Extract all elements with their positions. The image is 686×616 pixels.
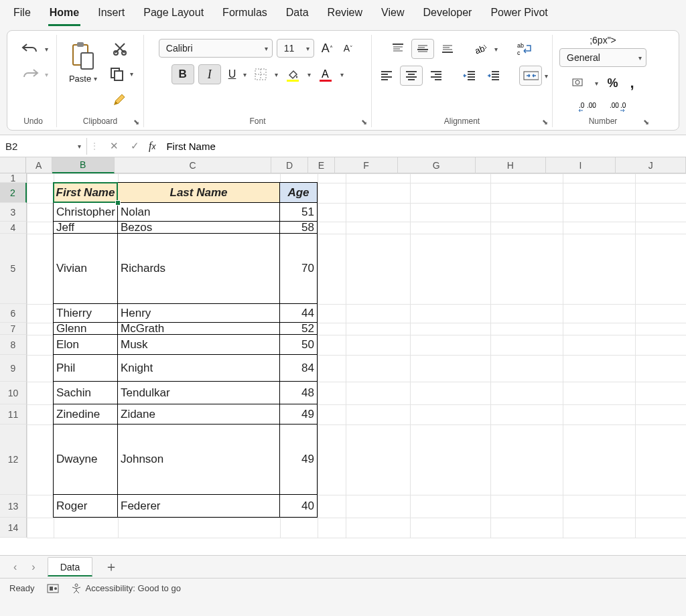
cell-first-2[interactable]: Christopher — [53, 202, 118, 222]
col-header-I[interactable]: I — [546, 157, 616, 173]
cell-last-6[interactable]: McGrath — [117, 322, 280, 335]
italic-button[interactable]: I — [198, 64, 221, 84]
cut-button[interactable] — [109, 39, 131, 58]
cell-age-8[interactable]: 84 — [279, 354, 318, 382]
chevron-down-icon[interactable]: ▾ — [545, 72, 548, 80]
increase-decimal-button[interactable]: .0.00 — [575, 99, 600, 114]
align-center-button[interactable] — [400, 66, 423, 86]
tab-view[interactable]: View — [380, 4, 405, 26]
col-header-F[interactable]: F — [335, 157, 397, 173]
row-header-10[interactable]: 10 — [0, 382, 27, 404]
paste-button[interactable] — [67, 39, 99, 72]
sheet-tab-data[interactable]: Data — [48, 557, 93, 576]
macro-record-icon[interactable] — [47, 584, 59, 593]
cancel-formula-button[interactable]: ✕ — [107, 140, 121, 152]
row-header-12[interactable]: 12 — [0, 425, 27, 495]
cell-age-4[interactable]: 70 — [279, 233, 318, 304]
tab-review[interactable]: Review — [326, 4, 364, 26]
col-header-A[interactable]: A — [26, 157, 52, 173]
fill-color-button[interactable] — [282, 65, 303, 84]
row-header-14[interactable]: 14 — [0, 518, 27, 538]
bold-button[interactable]: B — [172, 64, 194, 84]
tab-data[interactable]: Data — [285, 4, 310, 26]
row-header-3[interactable]: 3 — [0, 203, 27, 222]
font-size-combo[interactable]: 11▾ — [277, 39, 314, 58]
align-bottom-button[interactable] — [437, 40, 458, 58]
format-painter-button[interactable] — [109, 90, 131, 108]
row-header-5[interactable]: 5 — [0, 234, 27, 304]
row-header-7[interactable]: 7 — [0, 323, 27, 335]
col-header-H[interactable]: H — [476, 157, 546, 173]
cell-first-11[interactable]: Dwayne — [53, 424, 118, 495]
chevron-down-icon[interactable]: ▾ — [45, 46, 48, 53]
align-top-button[interactable] — [387, 40, 409, 58]
col-header-J[interactable]: J — [616, 157, 686, 173]
row-header-8[interactable]: 8 — [0, 335, 27, 355]
fx-icon[interactable]: fx — [149, 140, 155, 152]
col-header-C[interactable]: C — [115, 157, 272, 173]
cell-last-11[interactable]: Johnson — [117, 424, 280, 495]
cell-last-2[interactable]: Nolan — [117, 202, 280, 222]
increase-indent-button[interactable] — [483, 68, 504, 84]
row-header-2[interactable]: 2 — [0, 183, 27, 203]
cell-age-9[interactable]: 48 — [279, 381, 318, 404]
copy-button[interactable] — [106, 64, 127, 83]
cell-age-2[interactable]: 51 — [279, 202, 318, 222]
cell-header-age[interactable]: Age — [279, 182, 318, 203]
col-header-B[interactable]: B — [52, 157, 115, 173]
col-header-E[interactable]: E — [308, 157, 336, 173]
cell-first-5[interactable]: Thierry — [53, 303, 118, 323]
cell-first-3[interactable]: Jeff — [53, 221, 118, 234]
fill-handle[interactable] — [115, 200, 121, 206]
chevron-down-icon[interactable]: ▾ — [494, 46, 498, 53]
chevron-down-icon[interactable]: ▾ — [45, 71, 48, 78]
accounting-format-button[interactable] — [568, 75, 590, 91]
select-all-corner[interactable] — [0, 157, 26, 173]
formula-input[interactable] — [161, 138, 686, 155]
align-left-button[interactable] — [376, 68, 397, 84]
cell-last-4[interactable]: Richards — [117, 233, 280, 304]
cell-last-5[interactable]: Henry — [117, 303, 280, 323]
cell-age-7[interactable]: 50 — [279, 334, 318, 355]
worksheet-grid[interactable]: ABCDEFGHIJ 1234567891011121314 First Nam… — [0, 157, 686, 555]
row-header-11[interactable]: 11 — [0, 404, 27, 425]
tab-power-pivot[interactable]: Power Pivot — [489, 4, 549, 26]
cell-first-6[interactable]: Glenn — [53, 322, 118, 335]
cell-last-3[interactable]: Bezos — [117, 221, 280, 234]
cell-first-10[interactable]: Zinedine — [53, 404, 118, 425]
align-middle-button[interactable] — [411, 39, 434, 59]
cell-first-7[interactable]: Elon — [53, 334, 118, 355]
cell-age-12[interactable]: 40 — [279, 494, 318, 518]
number-launcher[interactable]: ⬊ — [643, 118, 649, 127]
tab-formulas[interactable]: Formulas — [221, 4, 269, 26]
cell-age-5[interactable]: 44 — [279, 303, 318, 323]
align-right-button[interactable] — [425, 68, 447, 84]
chevron-down-icon[interactable]: ▾ — [94, 75, 97, 82]
chevron-down-icon[interactable]: ▾ — [275, 71, 278, 78]
sheet-nav-prev[interactable]: ‹ — [11, 561, 19, 573]
row-header-6[interactable]: 6 — [0, 304, 27, 323]
cell-age-6[interactable]: 52 — [279, 322, 318, 335]
tab-home[interactable]: Home — [48, 4, 80, 26]
cell-last-8[interactable]: Knight — [117, 354, 280, 382]
cell-age-11[interactable]: 49 — [279, 424, 318, 495]
cell-header-first[interactable]: First Name — [53, 182, 118, 203]
accessibility-status[interactable]: Accessibility: Good to go — [71, 583, 181, 594]
increase-font-button[interactable]: A˄ — [318, 40, 336, 58]
cell-last-12[interactable]: Federer — [117, 494, 280, 518]
cell-header-last[interactable]: Last Name — [117, 182, 280, 203]
cell-last-9[interactable]: Tendulkar — [117, 381, 280, 404]
decrease-font-button[interactable]: A˅ — [340, 41, 356, 56]
accept-formula-button[interactable]: ✓ — [128, 140, 142, 152]
merge-center-button[interactable] — [519, 66, 542, 86]
percent-button[interactable]: % — [604, 74, 621, 92]
cell-last-10[interactable]: Zidane — [117, 404, 280, 425]
tab-page-layout[interactable]: Page Layout — [142, 4, 205, 26]
row-header-1[interactable]: 1 — [0, 173, 27, 183]
cell-first-12[interactable]: Roger — [53, 494, 118, 518]
chevron-down-icon[interactable]: ▾ — [340, 71, 344, 78]
font-launcher[interactable]: ⬊ — [361, 118, 367, 127]
comma-button[interactable]: , — [626, 72, 637, 94]
orientation-button[interactable]: ab — [470, 40, 492, 58]
number-format-combo[interactable]: General▾ — [559, 48, 646, 67]
